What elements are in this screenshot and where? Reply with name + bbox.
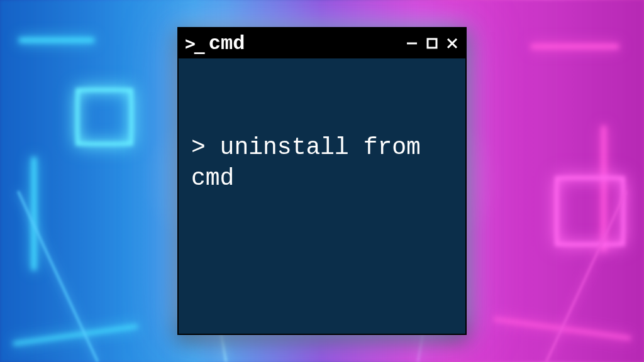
window-controls: [405, 36, 459, 50]
minimize-icon: [406, 37, 418, 50]
terminal-icon: >_: [185, 33, 204, 54]
terminal-body[interactable]: > uninstall from cmd: [179, 58, 465, 267]
command-line: > uninstall from cmd: [191, 132, 453, 194]
window-title: cmd: [209, 32, 245, 55]
close-icon: [446, 37, 458, 50]
titlebar[interactable]: >_ cmd: [179, 28, 465, 58]
close-button[interactable]: [445, 36, 459, 50]
neon-decor-right-2: [468, 0, 644, 362]
svg-rect-1: [428, 39, 436, 48]
title-left: >_ cmd: [185, 32, 405, 55]
neon-decor-left-2: [0, 0, 176, 362]
maximize-icon: [426, 38, 438, 49]
terminal-window: >_ cmd > uninstall from cmd: [177, 27, 467, 335]
minimize-button[interactable]: [405, 36, 419, 50]
maximize-button[interactable]: [425, 36, 439, 50]
